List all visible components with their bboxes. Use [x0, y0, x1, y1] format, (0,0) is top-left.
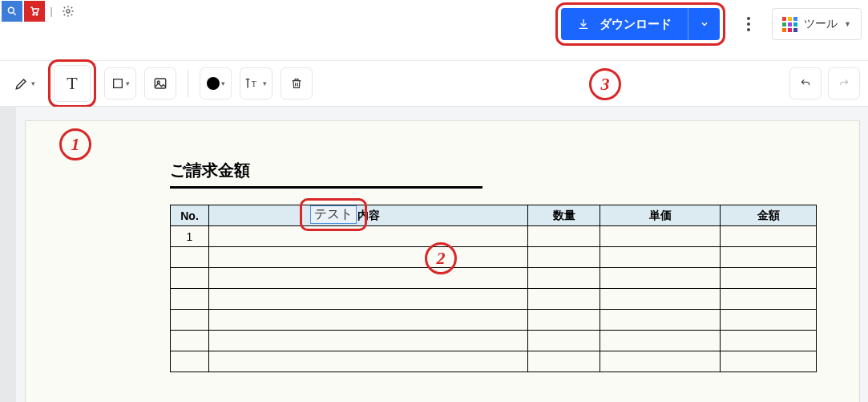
- text-tool[interactable]: T: [54, 65, 91, 102]
- square-icon: [111, 77, 124, 90]
- image-tool[interactable]: [144, 67, 176, 99]
- thumbnail-gutter[interactable]: [0, 107, 16, 402]
- col-description: 内容: [209, 205, 528, 226]
- cell-amt: [721, 226, 817, 247]
- highlighter-icon: [14, 75, 30, 91]
- kebab-icon: [747, 17, 750, 31]
- editor-toolbar: ▾ T ▾ ▾ T ▾: [0, 60, 868, 107]
- text-size-icon: T: [245, 77, 261, 90]
- callout-download: ダウンロード: [555, 2, 725, 46]
- col-quantity: 数量: [528, 205, 600, 226]
- col-no: No.: [171, 205, 209, 226]
- callout-badge-1: 1: [59, 128, 91, 160]
- header-bar: ダウンロード ツール ▼: [0, 2, 868, 47]
- undo-button[interactable]: [789, 67, 822, 99]
- text-tool-glyph: T: [67, 73, 77, 94]
- cell-desc: [209, 226, 528, 247]
- cell-qty: [528, 226, 600, 247]
- delete-tool[interactable]: [281, 67, 313, 99]
- caret-down-icon: ▾: [31, 79, 35, 87]
- svg-point-6: [747, 22, 750, 26]
- apps-grid-icon: [782, 17, 797, 32]
- svg-point-5: [747, 17, 750, 20]
- callout-text-annotation: テスト: [300, 198, 367, 231]
- cell-unit: [600, 226, 721, 247]
- svg-point-7: [747, 28, 750, 31]
- callout-badge-3: 3: [589, 68, 621, 100]
- callout-badge-2: 2: [425, 242, 457, 274]
- image-icon: [153, 76, 168, 91]
- chevron-down-icon: [700, 19, 709, 29]
- table-row: [171, 289, 817, 310]
- svg-text:T: T: [252, 79, 256, 88]
- caret-down-icon: ▾: [126, 79, 130, 87]
- svg-rect-8: [113, 79, 122, 88]
- download-button[interactable]: ダウンロード: [561, 8, 688, 40]
- col-unit-price: 単価: [600, 205, 721, 226]
- trash-icon: [290, 76, 303, 91]
- callout-text-tool: T: [48, 59, 96, 108]
- tools-label: ツール: [804, 17, 838, 31]
- download-label: ダウンロード: [600, 17, 672, 32]
- download-icon: [577, 18, 590, 30]
- more-button[interactable]: [735, 10, 762, 38]
- download-caret-button[interactable]: [688, 8, 720, 40]
- table-header-row: No. 内容 数量 単価 金額: [171, 205, 817, 226]
- caret-down-icon: ▾: [221, 79, 225, 87]
- text-size-tool[interactable]: T ▾: [240, 67, 273, 99]
- text-annotation[interactable]: テスト: [310, 205, 357, 224]
- table-row: [171, 268, 817, 289]
- invoice-table: No. 内容 数量 単価 金額 1: [170, 205, 817, 372]
- undo-icon: [798, 78, 813, 89]
- shape-tool[interactable]: ▾: [104, 67, 136, 99]
- divider: [188, 70, 188, 97]
- table-row: [171, 351, 817, 372]
- table-row: [171, 310, 817, 331]
- table-row: [171, 247, 817, 268]
- tools-button[interactable]: ツール ▼: [772, 8, 862, 40]
- page-title: ご請求金額: [170, 160, 482, 189]
- fill-color-tool[interactable]: ▾: [200, 67, 232, 99]
- cell-no: 1: [171, 226, 209, 247]
- svg-rect-9: [155, 79, 166, 88]
- table-row: 1: [171, 226, 817, 247]
- highlighter-tool[interactable]: ▾: [8, 67, 40, 99]
- caret-down-icon: ▼: [844, 20, 851, 28]
- filled-circle-icon: [207, 77, 220, 90]
- redo-icon: [837, 78, 851, 89]
- table-row: [171, 331, 817, 351]
- caret-down-icon: ▾: [263, 79, 267, 87]
- col-amount: 金額: [721, 205, 817, 226]
- redo-button[interactable]: [828, 67, 860, 99]
